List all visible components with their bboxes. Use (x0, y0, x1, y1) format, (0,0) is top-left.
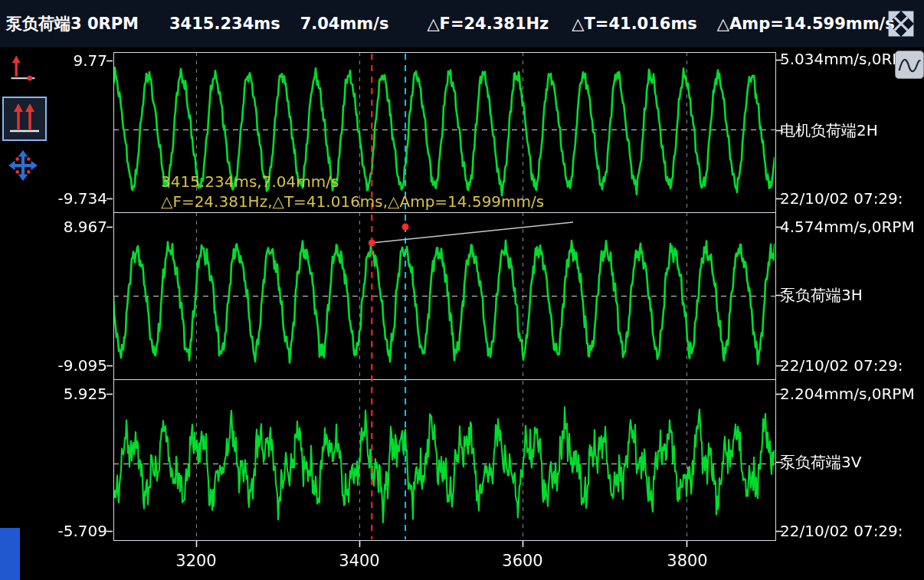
single-cursor-icon (6, 54, 40, 84)
peak-readout-panel3: 2.204mm/s,0RPM (780, 384, 915, 404)
delta-amplitude-readout: △Amp=14.599mm/s (717, 15, 895, 33)
cursor-annotation-line1: 3415.234ms,7.04mm/s (161, 172, 339, 191)
peak-readout-panel2: 4.574mm/s,0RPM (780, 217, 915, 237)
timestamp-panel3: 22/10/02 07:29: (780, 521, 903, 541)
channel-name-panel2: 泵负荷端3H (780, 285, 863, 305)
pan-button[interactable] (7, 149, 39, 182)
timestamp-panel1: 22/10/02 07:29: (780, 188, 903, 208)
waveform-view-button[interactable] (895, 51, 924, 79)
cursor-time-readout: 3415.234ms (169, 15, 280, 33)
dual-cursor-icon (6, 100, 43, 137)
fullscreen-expand-icon[interactable] (887, 10, 915, 38)
channel-name-panel1: 电机负荷端2H (780, 120, 878, 140)
dual-cursor-button[interactable] (2, 97, 47, 141)
waveform-view-icon (897, 54, 922, 77)
x-tick-label: 3600 (502, 552, 542, 570)
channel-readout: 泵负荷端3 0RPM (6, 13, 139, 34)
timestamp-panel2: 22/10/02 07:29: (780, 356, 903, 375)
bottom-left-panel-button[interactable] (0, 528, 20, 580)
x-tick-label: 3200 (175, 552, 216, 570)
status-bar: 泵负荷端3 0RPM 3415.234ms 7.04mm/s △F=24.381… (0, 0, 924, 48)
cursor-annotation-line2: △F=24.381Hz,△T=41.016ms,△Amp=14.599mm/s (161, 192, 544, 211)
delta-time-readout: △T=41.016ms (572, 15, 697, 33)
x-tick-label: 3400 (339, 552, 379, 570)
channel-name-panel3: 泵负荷端3V (780, 452, 861, 472)
single-cursor-button[interactable] (6, 54, 40, 84)
cursor-toolbar (0, 48, 51, 580)
delta-frequency-readout: △F=24.381Hz (427, 15, 549, 33)
cursor-amplitude-readout: 7.04mm/s (300, 15, 389, 33)
pan-move-icon (7, 149, 39, 182)
x-tick-label: 3800 (667, 552, 707, 570)
